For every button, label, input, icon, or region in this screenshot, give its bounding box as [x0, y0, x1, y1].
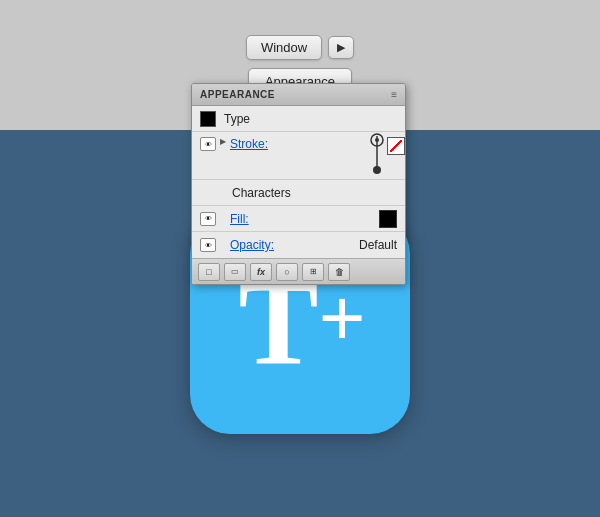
window-button[interactable]: Window — [246, 35, 322, 60]
app-icon-plus: + — [319, 278, 362, 358]
type-label: Type — [224, 112, 397, 126]
stroke-row: 👁 ▶ Stroke: — [192, 132, 405, 180]
type-row: Type — [192, 106, 405, 132]
delete-button[interactable]: 🗑 — [328, 263, 350, 281]
window-button-row: Window ▶ — [246, 35, 354, 60]
appearance-panel: APPEARANCE ≡ Type 👁 ▶ Stroke: — [191, 83, 406, 285]
fx-button[interactable]: fx — [250, 263, 272, 281]
panel-header: APPEARANCE ≡ — [192, 84, 405, 106]
panel-title: APPEARANCE — [200, 89, 275, 100]
fill-label: Fill: — [230, 212, 375, 226]
opacity-label: Opacity: — [230, 238, 359, 252]
clear-button[interactable]: ○ — [276, 263, 298, 281]
stroke-visibility-eye[interactable]: 👁 — [200, 137, 216, 151]
stroke-link[interactable]: Stroke: — [230, 137, 268, 151]
panel-collapse-icon[interactable]: ≡ — [391, 89, 397, 100]
fill-color-swatch[interactable] — [379, 210, 397, 228]
panel-toolbar: □ ▭ fx ○ ⊞ 🗑 — [192, 258, 405, 284]
svg-point-2 — [375, 138, 379, 142]
stroke-diagram — [355, 132, 399, 182]
stroke-expand-arrow[interactable]: ▶ — [220, 137, 226, 146]
panel-body: Type 👁 ▶ Stroke: Characters — [192, 106, 405, 258]
opacity-visibility-eye[interactable]: 👁 — [200, 238, 216, 252]
characters-row: Characters — [192, 180, 405, 206]
new-fill-button[interactable]: □ — [198, 263, 220, 281]
opacity-row: 👁 ▶ Opacity: Default — [192, 232, 405, 258]
fill-row: 👁 ▶ Fill: — [192, 206, 405, 232]
duplicate-button[interactable]: ⊞ — [302, 263, 324, 281]
opacity-eye-icon: 👁 — [205, 242, 212, 249]
fill-visibility-eye[interactable]: 👁 — [200, 212, 216, 226]
svg-point-3 — [373, 166, 381, 174]
fill-eye-icon: 👁 — [205, 215, 212, 222]
fill-link[interactable]: Fill: — [230, 212, 249, 226]
opacity-value: Default — [359, 238, 397, 252]
new-stroke-button[interactable]: ▭ — [224, 263, 246, 281]
eye-icon: 👁 — [205, 141, 212, 148]
arrow-button[interactable]: ▶ — [328, 36, 354, 59]
opacity-link[interactable]: Opacity: — [230, 238, 274, 252]
characters-label: Characters — [228, 186, 397, 200]
type-color-icon — [200, 111, 216, 127]
